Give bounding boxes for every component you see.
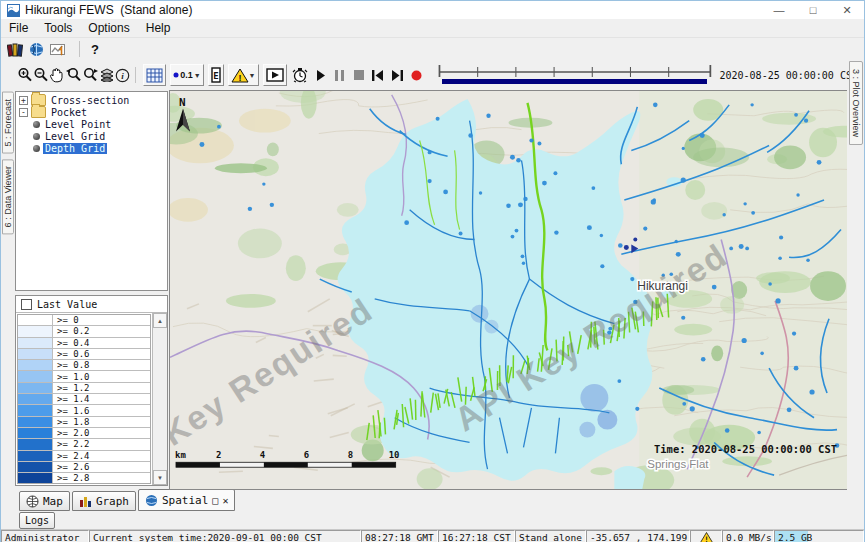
play-button[interactable] [311,65,330,85]
legend-label: >= 2.0 [53,428,90,438]
map-canvas[interactable]: API Key Required API Key Required Hikura… [170,91,847,489]
legend-label: >= 0.4 [53,338,90,348]
status-bar: Administrator Current system time:2020-0… [1,529,864,542]
map-view[interactable]: API Key Required API Key Required Hikura… [169,90,847,490]
legend-color-swatch [18,315,53,325]
app-logo-icon [7,4,20,17]
status-local-time: 16:27:18 CST [438,530,515,542]
svg-text:E: E [213,71,218,81]
legend-row[interactable]: >= 2.6 [18,462,150,473]
legend-row[interactable]: >= 1.4 [18,394,150,405]
skip-end-button[interactable] [387,65,406,85]
legend-color-swatch [18,326,53,336]
grid-layer-button[interactable] [143,64,166,86]
legend-label: >= 2.8 [53,473,90,483]
profile-button[interactable]: E [208,64,224,86]
tree-node-label-selected[interactable]: Depth Grid [43,143,107,154]
expander-icon[interactable]: - [19,108,28,117]
minimize-button[interactable]: — [762,1,796,19]
legend-row[interactable]: >= 0 [18,315,150,326]
legend-row[interactable]: >= 2.8 [18,473,150,484]
tree-node-level-grid[interactable]: Level Grid [16,130,167,142]
tab-forecast[interactable]: 5 : Forecast [2,92,14,154]
tree-node-label[interactable]: Level Point [43,119,113,130]
legend-row[interactable]: >= 1.8 [18,417,150,428]
scroll-down-icon[interactable]: ▼ [153,470,167,485]
legend-row[interactable]: >= 1.0 [18,371,150,382]
animation-panel-button[interactable] [263,64,287,86]
tree-node-label[interactable]: Level Grid [43,131,107,142]
legend-row[interactable]: >= 0.6 [18,349,150,360]
tab-close-icon[interactable]: ✕ [222,495,228,506]
legend-row[interactable]: >= 0.2 [18,326,150,337]
legend-row[interactable]: >= 2.2 [18,439,150,450]
database-icon[interactable] [7,39,23,59]
last-value-checkbox[interactable] [21,299,32,310]
chevron-down-icon: ▼ [249,72,256,79]
record-button[interactable] [407,65,426,85]
legend-row[interactable]: >= 2.0 [18,428,150,439]
legend-label: >= 1.6 [53,405,90,415]
tab-data-viewer[interactable]: 6 : Data Viewer [2,159,14,234]
tab-maximize-icon[interactable]: □ [212,495,218,506]
help-icon[interactable]: ? [91,39,99,59]
layers-icon[interactable] [99,65,115,85]
skip-begin-button[interactable] [368,65,387,85]
tree-node-label[interactable]: Pocket [49,107,89,118]
tab-spatial[interactable]: Spatial □ ✕ [138,489,235,511]
svg-text:!: ! [704,535,709,542]
maximize-button[interactable]: □ [796,1,830,19]
status-gmt-time: 08:27:18 GMT [361,530,438,542]
map-globe-icon[interactable] [29,39,44,59]
thresholds-dropdown[interactable]: !▼ [228,64,259,86]
tab-spatial-label: Spatial [162,494,208,507]
zoom-next-icon[interactable] [82,65,99,85]
scroll-up-icon[interactable]: ▲ [153,313,167,328]
legend-row[interactable]: >= 2.4 [18,451,150,462]
menu-help[interactable]: Help [138,21,179,35]
legend-scrollbar[interactable]: ▲ ▼ [152,313,167,485]
time-navigator-icon[interactable] [289,65,312,85]
svg-text:!: ! [238,72,241,82]
legend-row[interactable]: >= 1.6 [18,405,150,416]
tree-node-depth-grid[interactable]: Depth Grid [16,142,167,154]
legend-color-swatch [18,473,53,483]
tab-map[interactable]: Map [19,491,70,511]
time-slider-track[interactable] [436,64,714,78]
timeline-span-bar[interactable] [442,79,708,84]
timeseries-dialog-icon[interactable] [50,39,68,59]
zoom-in-icon[interactable] [17,65,33,85]
expander-icon[interactable]: + [19,96,28,105]
tab-graph[interactable]: Graph [72,491,136,511]
info-icon[interactable]: i [115,65,131,85]
stop-button[interactable] [349,65,368,85]
legend-row[interactable]: >= 1.2 [18,383,150,394]
map-time-overlay: Time: 2020-08-25 00:00:00 CST [654,443,837,455]
legend-row[interactable]: >= 0.4 [18,338,150,349]
logs-button[interactable]: Logs [19,512,55,529]
zoom-previous-icon[interactable] [65,65,82,85]
tree-node-level-point[interactable]: Level Point [16,118,167,130]
menu-file[interactable]: File [1,21,36,35]
town-label: Hikurangi [637,279,688,293]
bullet-icon [33,133,40,140]
pause-button[interactable] [330,65,349,85]
legend-label: >= 2.2 [53,439,90,449]
legend-row[interactable]: >= 0.8 [18,360,150,371]
zoom-out-icon[interactable] [33,65,49,85]
menu-tools[interactable]: Tools [36,21,80,35]
time-slider[interactable] [436,64,714,86]
tree-node-label[interactable]: Cross-section [49,95,131,106]
close-button[interactable]: ✕ [830,1,864,19]
tab-plot-overview[interactable]: 3 : Plot Overview [849,61,863,145]
status-network-rate: 0.0 MB/s [722,530,774,542]
tree-node-pocket[interactable]: - Pocket [16,106,167,118]
legend-color-swatch [18,405,53,415]
menu-options[interactable]: Options [80,21,137,35]
pan-hand-icon[interactable] [49,65,65,85]
legend-table: >= 0>= 0.2>= 0.4>= 0.6>= 0.8>= 1.0>= 1.2… [17,314,151,484]
status-warning-cell[interactable]: ! [690,530,722,542]
legend-color-swatch [18,371,53,381]
grid-value-dropdown[interactable]: 0.1▼ [170,64,203,86]
legend-color-swatch [18,349,53,359]
